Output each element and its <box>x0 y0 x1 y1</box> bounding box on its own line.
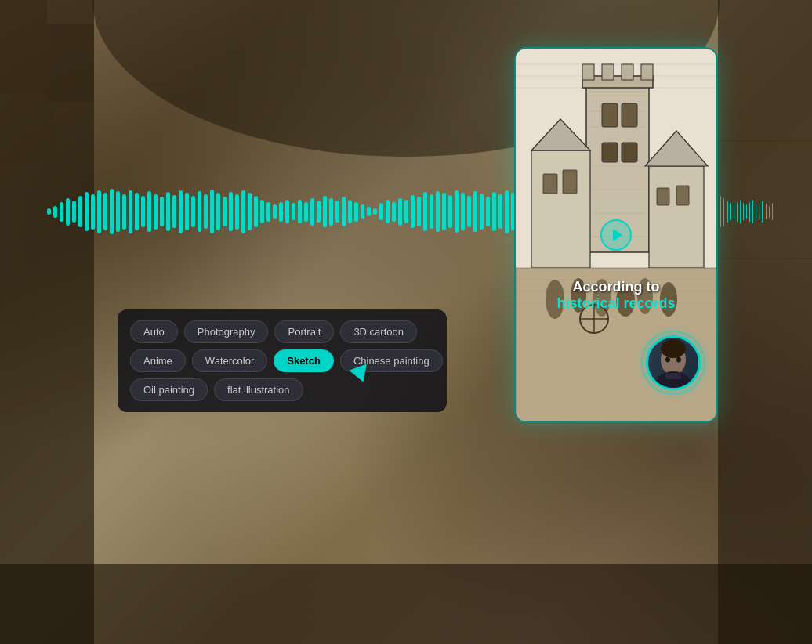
wave-bar-right <box>720 196 721 227</box>
wave-bar-right <box>740 200 741 223</box>
wave-bar <box>498 194 502 229</box>
svg-rect-23 <box>602 143 618 162</box>
wave-bar <box>210 190 214 233</box>
wave-bar-right <box>737 202 738 222</box>
style-btn-oil-painting[interactable]: Oil painting <box>130 378 208 401</box>
svg-rect-20 <box>641 64 653 80</box>
style-btn-portrait[interactable]: Portrait <box>274 320 334 343</box>
avatar-image <box>648 338 698 388</box>
phone-mockup: According to historical records <box>514 47 718 423</box>
svg-rect-24 <box>622 143 637 162</box>
wave-bar <box>103 193 107 230</box>
wave-bar-right <box>749 202 750 222</box>
wave-bar <box>329 198 333 226</box>
wave-bar <box>317 201 321 223</box>
wave-bar <box>235 194 239 230</box>
wave-bar <box>335 201 339 223</box>
wave-bar <box>53 206 57 218</box>
style-row-2: Anime Watercolor Sketch Chinese painting <box>130 349 434 372</box>
avatar-circle <box>646 335 701 390</box>
caption-line2: historical records <box>516 295 716 312</box>
audio-waveform-left <box>47 188 502 235</box>
wave-bar <box>248 193 252 230</box>
wave-bar <box>122 194 126 230</box>
wave-bar <box>147 191 151 232</box>
wave-bar <box>60 202 63 222</box>
svg-rect-25 <box>531 150 590 268</box>
wave-bar <box>455 190 459 233</box>
svg-rect-21 <box>602 103 618 127</box>
wave-bar <box>85 192 89 231</box>
wave-bar <box>260 200 264 223</box>
wave-bar <box>361 204 364 219</box>
wave-bar-right <box>730 203 731 220</box>
svg-rect-19 <box>622 64 633 80</box>
wave-bar <box>266 202 270 222</box>
wave-bar <box>97 190 101 233</box>
svg-point-57 <box>676 357 681 363</box>
wave-bar <box>47 208 51 215</box>
wave-bar <box>467 196 471 227</box>
wave-bar <box>411 195 415 228</box>
wave-bar <box>430 194 433 229</box>
wave-bar <box>392 202 396 222</box>
wave-bar <box>185 193 189 230</box>
wave-bar-right <box>759 203 759 220</box>
wave-bar <box>160 197 164 226</box>
style-btn-sketch[interactable]: Sketch <box>274 349 334 372</box>
wave-bar <box>461 193 465 230</box>
wave-bar <box>323 196 327 227</box>
svg-rect-29 <box>649 166 704 268</box>
style-btn-flat-illustration[interactable]: flat illustration <box>214 378 303 401</box>
wave-bar <box>292 203 295 220</box>
wave-bar-right <box>727 201 727 223</box>
wave-bar <box>304 202 308 222</box>
wave-bar <box>198 191 201 232</box>
style-btn-photography[interactable]: Photography <box>184 320 269 343</box>
wave-bar-right <box>766 204 767 219</box>
wave-bar <box>486 197 490 226</box>
style-btn-auto[interactable]: Auto <box>130 320 178 343</box>
wave-bar <box>373 208 377 215</box>
style-btn-watercolor[interactable]: Watercolor <box>192 349 267 372</box>
phone-content: According to historical records <box>516 49 716 421</box>
wave-bar <box>285 200 289 223</box>
svg-rect-28 <box>563 170 577 194</box>
wave-bar <box>191 196 195 227</box>
wave-bar <box>72 201 76 223</box>
wave-bar <box>436 191 440 232</box>
wave-bar <box>505 190 509 233</box>
wave-bar <box>66 198 70 226</box>
wave-bar <box>241 190 245 233</box>
wave-bar-right <box>772 203 773 220</box>
wave-bar <box>129 190 132 233</box>
svg-rect-18 <box>602 64 614 80</box>
play-button[interactable] <box>600 219 632 251</box>
wave-bar <box>179 190 183 233</box>
wave-bar <box>367 207 371 216</box>
svg-point-56 <box>665 357 670 363</box>
wave-bar <box>154 194 158 230</box>
wave-bar <box>141 196 145 227</box>
caption-overlay: According to historical records <box>516 279 716 312</box>
wave-bar <box>386 200 390 223</box>
wave-bar <box>216 193 220 230</box>
wave-bar <box>423 192 427 231</box>
wave-bar <box>354 202 358 222</box>
style-row-1: Auto Photography Portrait 3D cartoon <box>130 320 434 343</box>
wave-bar <box>254 196 258 227</box>
style-btn-anime[interactable]: Anime <box>130 349 186 372</box>
wave-bar <box>279 202 283 222</box>
style-panel: Auto Photography Portrait 3D cartoon Ani… <box>118 309 447 412</box>
wave-bar <box>116 191 120 232</box>
wave-bar <box>110 189 114 234</box>
svg-rect-27 <box>543 174 557 194</box>
wave-bar <box>379 203 383 220</box>
wave-bar-right <box>769 206 770 218</box>
wave-bar <box>91 194 95 230</box>
svg-rect-31 <box>657 188 669 205</box>
wave-bar-right <box>723 198 724 226</box>
style-btn-cartoon[interactable]: 3D cartoon <box>340 320 417 343</box>
wave-bar-right <box>743 203 744 220</box>
wave-bar <box>229 192 233 231</box>
